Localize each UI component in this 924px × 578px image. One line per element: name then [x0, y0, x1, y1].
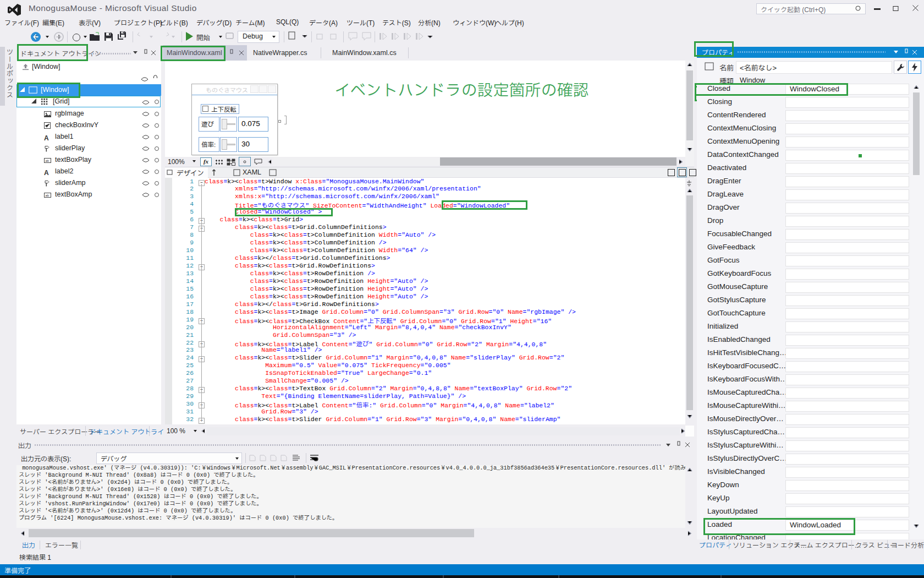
svg-text:ab: ab [46, 159, 50, 162]
svg-text:ab: ab [46, 194, 50, 197]
